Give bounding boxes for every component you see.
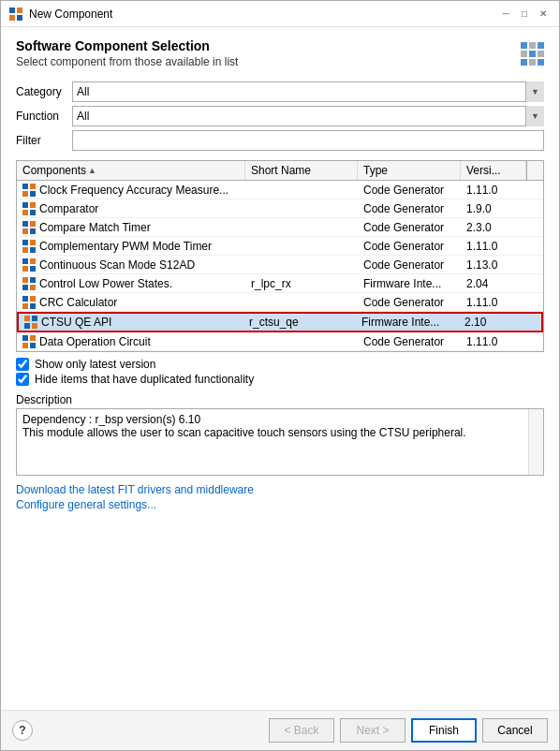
- filter-input[interactable]: [72, 130, 544, 151]
- table-row[interactable]: CRC Calculator Code Generator 1.11.0: [17, 293, 543, 312]
- td-shortname: r_ctsu_qe: [243, 314, 356, 331]
- show-latest-row: Show only latest version: [16, 358, 544, 371]
- component-icon: [22, 240, 36, 253]
- footer-right: < Back Next > Finish Cancel: [269, 718, 548, 743]
- td-type: Firmware Inte...: [356, 314, 459, 331]
- table-row[interactable]: Complementary PWM Mode Timer Code Genera…: [17, 237, 543, 256]
- td-version: 2.3.0: [461, 219, 526, 236]
- links-area: Download the latest FIT drivers and midd…: [16, 483, 544, 513]
- function-label: Function: [16, 110, 72, 123]
- show-latest-checkbox[interactable]: [16, 358, 29, 371]
- help-button[interactable]: ?: [12, 720, 33, 741]
- col-version: Versi...: [461, 161, 526, 180]
- table-row[interactable]: Comparator Code Generator 1.9.0: [17, 199, 543, 218]
- td-type: Code Generator: [358, 219, 461, 236]
- description-section: Description Dependency : r_bsp version(s…: [16, 393, 544, 476]
- svg-rect-33: [32, 316, 37, 321]
- finish-button[interactable]: Finish: [411, 718, 477, 743]
- window-title: New Component: [29, 7, 497, 21]
- svg-rect-16: [22, 240, 28, 245]
- show-latest-label[interactable]: Show only latest version: [35, 358, 155, 371]
- function-row: Function All ▼: [16, 106, 544, 126]
- back-button[interactable]: < Back: [269, 718, 334, 743]
- td-shortname: r_lpc_rx: [245, 275, 358, 292]
- svg-rect-2: [9, 15, 15, 21]
- col-shortname: Short Name: [245, 161, 358, 180]
- function-select[interactable]: All: [72, 106, 544, 126]
- hide-duplicated-row: Hide items that have duplicated function…: [16, 373, 544, 386]
- table-row[interactable]: Clock Frequency Accuracy Measure... Code…: [17, 181, 543, 199]
- td-name: Clock Frequency Accuracy Measure...: [17, 182, 245, 199]
- svg-rect-27: [30, 285, 36, 290]
- next-button[interactable]: Next >: [340, 718, 405, 743]
- td-shortname: [245, 244, 358, 248]
- td-version: 1.11.0: [461, 182, 526, 199]
- td-type: Code Generator: [358, 257, 461, 273]
- svg-rect-24: [22, 277, 28, 283]
- svg-rect-3: [17, 15, 22, 21]
- table-row[interactable]: Data Operation Circuit Code Generator 1.…: [17, 332, 543, 351]
- td-type: Code Generator: [358, 238, 461, 255]
- td-shortname: [245, 207, 358, 211]
- svg-rect-5: [30, 184, 36, 189]
- section-subtitle: Select component from those available in…: [16, 55, 238, 68]
- maximize-button[interactable]: □: [516, 6, 533, 22]
- table-row[interactable]: Control Low Power States. r_lpc_rx Firmw…: [17, 274, 543, 293]
- svg-rect-20: [22, 258, 28, 264]
- svg-rect-11: [30, 210, 36, 215]
- component-icon: [22, 258, 36, 272]
- svg-rect-38: [22, 343, 28, 348]
- filter-row: Filter: [16, 130, 544, 151]
- td-name: Complementary PWM Mode Timer: [17, 238, 245, 255]
- svg-rect-1: [17, 7, 22, 13]
- component-icon: [22, 221, 36, 234]
- logo-icon: [521, 42, 544, 66]
- svg-rect-26: [22, 285, 28, 290]
- td-name: CTSU QE API: [19, 314, 243, 331]
- table-row[interactable]: CTSU QE API r_ctsu_qe Firmware Inte... 2…: [17, 312, 543, 332]
- svg-rect-12: [22, 221, 28, 227]
- filter-label: Filter: [16, 134, 72, 147]
- svg-rect-23: [30, 266, 36, 272]
- svg-rect-13: [30, 221, 36, 227]
- general-settings-link[interactable]: Configure general settings...: [16, 498, 544, 511]
- description-scrollbar[interactable]: [528, 409, 543, 475]
- function-select-wrapper: All ▼: [72, 106, 544, 126]
- close-button[interactable]: ✕: [535, 6, 552, 22]
- table-row[interactable]: Continuous Scan Mode S12AD Code Generato…: [17, 256, 543, 274]
- cancel-button[interactable]: Cancel: [482, 718, 548, 743]
- content-area: Software Component Selection Select comp…: [1, 27, 559, 710]
- window-controls: ─ □ ✕: [497, 6, 552, 22]
- checkboxes-area: Show only latest version Hide items that…: [16, 358, 544, 388]
- svg-rect-14: [22, 228, 28, 234]
- td-type: Code Generator: [358, 333, 461, 350]
- td-name: Continuous Scan Mode S12AD: [17, 257, 245, 273]
- svg-rect-28: [22, 296, 28, 302]
- component-icon: [24, 316, 37, 329]
- td-name: Comparator: [17, 200, 245, 217]
- svg-rect-4: [22, 184, 28, 189]
- component-icon: [22, 202, 36, 215]
- svg-rect-30: [22, 303, 28, 309]
- title-bar: New Component ─ □ ✕: [1, 1, 559, 27]
- td-version: 1.9.0: [461, 200, 526, 217]
- td-shortname: [245, 226, 358, 229]
- hide-duplicated-label[interactable]: Hide items that have duplicated function…: [35, 373, 254, 386]
- svg-rect-31: [30, 303, 36, 309]
- component-icon: [22, 277, 36, 290]
- section-title: Software Component Selection: [16, 38, 238, 53]
- footer-left: ?: [12, 720, 33, 741]
- main-window: New Component ─ □ ✕ Software Component S…: [0, 0, 560, 751]
- table-body[interactable]: Clock Frequency Accuracy Measure... Code…: [17, 181, 543, 351]
- svg-rect-8: [22, 202, 28, 208]
- td-version: 1.11.0: [461, 238, 526, 255]
- window-icon: [8, 7, 23, 22]
- svg-rect-6: [22, 191, 28, 197]
- minimize-button[interactable]: ─: [497, 6, 514, 22]
- category-select[interactable]: All: [72, 81, 544, 102]
- hide-duplicated-checkbox[interactable]: [16, 373, 29, 386]
- table-row[interactable]: Compare Match Timer Code Generator 2.3.0: [17, 218, 543, 237]
- svg-rect-37: [30, 335, 36, 341]
- td-type: Code Generator: [358, 294, 461, 311]
- fit-drivers-link[interactable]: Download the latest FIT drivers and midd…: [16, 483, 544, 496]
